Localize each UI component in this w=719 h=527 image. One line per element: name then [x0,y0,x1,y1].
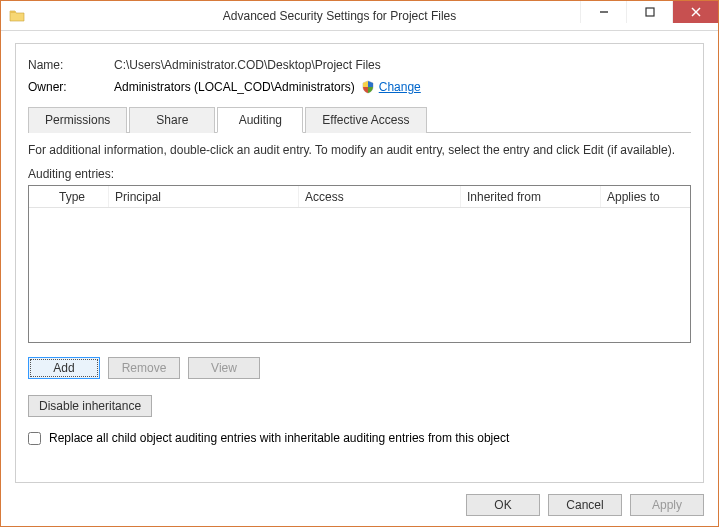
maximize-button[interactable] [626,1,672,23]
add-button[interactable]: Add [28,357,100,379]
col-type[interactable]: Type [53,186,109,207]
name-label: Name: [28,58,114,72]
col-principal[interactable]: Principal [109,186,299,207]
info-text: For additional information, double-click… [28,143,691,157]
owner-value: Administrators (LOCAL_COD\Administrators… [114,80,355,94]
col-inherited[interactable]: Inherited from [461,186,601,207]
col-access[interactable]: Access [299,186,461,207]
view-button[interactable]: View [188,357,260,379]
replace-checkbox-label: Replace all child object auditing entrie… [49,431,509,445]
auditing-table[interactable]: Type Principal Access Inherited from App… [28,185,691,343]
change-owner-link[interactable]: Change [379,80,421,94]
minimize-button[interactable] [580,1,626,23]
col-icon[interactable] [29,186,53,207]
col-applies[interactable]: Applies to [601,186,690,207]
tab-effective-access[interactable]: Effective Access [305,107,426,133]
dialog-footer: OK Cancel Apply [466,494,704,516]
name-row: Name: C:\Users\Administrator.COD\Desktop… [28,58,691,72]
replace-checkbox[interactable] [28,432,41,445]
tab-auditing[interactable]: Auditing [217,107,303,133]
svg-rect-1 [646,8,654,16]
table-header: Type Principal Access Inherited from App… [29,186,690,208]
replace-checkbox-row: Replace all child object auditing entrie… [28,431,691,445]
window-buttons [580,1,718,23]
owner-row: Owner: Administrators (LOCAL_COD\Adminis… [28,80,691,94]
entry-buttons: Add Remove View [28,357,691,379]
shield-icon [361,80,375,94]
ok-button[interactable]: OK [466,494,540,516]
apply-button[interactable]: Apply [630,494,704,516]
tab-permissions[interactable]: Permissions [28,107,127,133]
tab-strip: Permissions Share Auditing Effective Acc… [28,106,691,133]
titlebar: Advanced Security Settings for Project F… [1,1,718,31]
cancel-button[interactable]: Cancel [548,494,622,516]
remove-button[interactable]: Remove [108,357,180,379]
entries-label: Auditing entries: [28,167,691,181]
name-value: C:\Users\Administrator.COD\Desktop\Proje… [114,58,381,72]
close-button[interactable] [672,1,718,23]
disable-inheritance-button[interactable]: Disable inheritance [28,395,152,417]
tab-share[interactable]: Share [129,107,215,133]
owner-label: Owner: [28,80,114,94]
main-panel: Name: C:\Users\Administrator.COD\Desktop… [15,43,704,483]
